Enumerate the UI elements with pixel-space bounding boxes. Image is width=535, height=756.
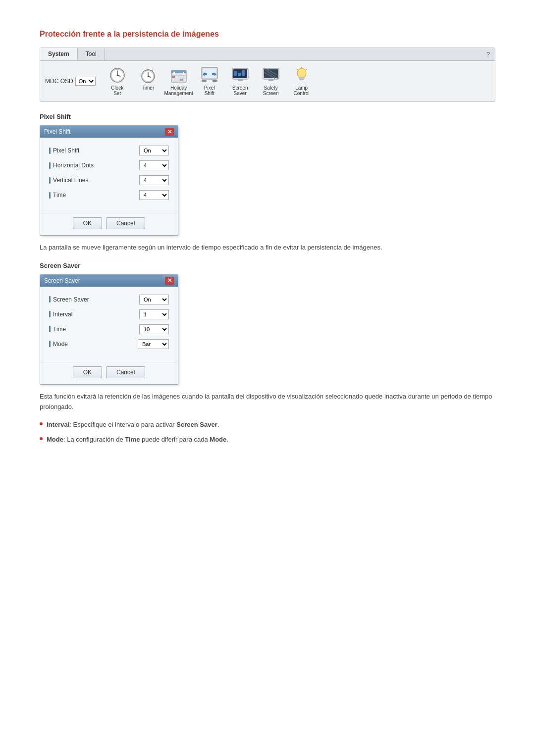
toolbar-item-holiday[interactable]: HolidayManagement	[164, 64, 194, 99]
svg-rect-27	[202, 80, 207, 82]
svg-rect-40	[268, 79, 273, 81]
pixel-shift-select-2[interactable]: 4812	[139, 175, 169, 185]
pixel-shift-label-0: Pixel Shift	[49, 147, 79, 154]
screen-saver-label-1: Interval	[49, 311, 72, 318]
svg-rect-43	[300, 79, 304, 80]
tab-system[interactable]: System	[40, 48, 78, 60]
screen-saver-row-2: Time 102030	[49, 324, 169, 334]
toolbar-tabs: System Tool ?	[40, 48, 495, 61]
bullet-item-interval: Interval: Especifique el intervalo para …	[40, 420, 495, 430]
pixel-shift-heading: Pixel Shift	[40, 113, 495, 120]
svg-rect-31	[234, 71, 237, 76]
screen-saver-select-3[interactable]: BarEraserPixel	[138, 339, 169, 349]
svg-line-46	[297, 69, 298, 70]
question-icon[interactable]: ?	[482, 49, 495, 60]
screen-saver-label-2: Time	[49, 326, 66, 333]
toolbar-item-lamp-control[interactable]: LampControl	[287, 64, 317, 99]
pixel-shift-dialog-title: Pixel Shift	[44, 128, 70, 135]
toolbar-item-pixel-shift[interactable]: PixelShift	[195, 64, 224, 99]
toolbar-item-clock-set[interactable]: ClockSet	[103, 64, 132, 99]
pixel-shift-label-1: Horizontal Dots	[49, 162, 94, 169]
screen-saver-label-3: Mode	[49, 341, 68, 348]
pixel-shift-row-2: Vertical Lines 4812	[49, 175, 169, 185]
svg-rect-34	[238, 79, 243, 81]
screen-saver-dialog-title: Screen Saver	[44, 277, 80, 284]
screen-saver-row-1: Interval 123	[49, 309, 169, 319]
toolbar-item-safety-screen[interactable]: SafetyScreen	[256, 64, 286, 99]
toolbar-item-clock-set-label: ClockSet	[111, 85, 123, 96]
pixel-shift-select-1[interactable]: 4812	[139, 160, 169, 170]
pixel-shift-select-3[interactable]: 4812	[139, 190, 169, 200]
screen-saver-heading: Screen Saver	[40, 262, 495, 269]
svg-rect-10	[147, 69, 150, 71]
svg-point-9	[147, 76, 149, 77]
toolbar-item-holiday-label: HolidayManagement	[164, 85, 193, 96]
toolbar-item-lamp-control-label: LampControl	[294, 85, 310, 96]
pixel-shift-cancel-button[interactable]: Cancel	[106, 217, 145, 229]
bullet-list: Interval: Especifique el intervalo para …	[40, 420, 495, 444]
svg-line-11	[152, 70, 153, 71]
toolbar-item-screen-saver-label: ScreenSaver	[232, 85, 248, 96]
pixel-shift-label-2: Vertical Lines	[49, 177, 88, 184]
screen-saver-cancel-button[interactable]: Cancel	[106, 366, 145, 378]
pixel-shift-ok-button[interactable]: OK	[73, 217, 102, 229]
mdc-osd-select[interactable]: On Off	[75, 77, 96, 86]
pixel-shift-description: La pantalla se mueve ligeramente según u…	[40, 243, 495, 253]
toolbar-item-timer-label: Timer	[142, 85, 154, 91]
tab-tool[interactable]: Tool	[78, 48, 105, 60]
bullet-dot-2	[40, 437, 43, 440]
screen-saver-dialog: Screen Saver ✕ Screen Saver OnOff Interv…	[40, 274, 178, 385]
screen-saver-row-0: Screen Saver OnOff	[49, 295, 169, 304]
screen-saver-close-button[interactable]: ✕	[165, 277, 174, 285]
toolbar-item-timer[interactable]: Timer	[133, 64, 163, 99]
mdc-osd-label: MDC OSD	[45, 78, 73, 85]
pixel-shift-close-button[interactable]: ✕	[165, 128, 174, 136]
svg-point-4	[116, 75, 118, 76]
screen-saver-select-1[interactable]: 123	[139, 309, 169, 319]
svg-rect-21	[172, 76, 175, 78]
toolbar-item-pixel-shift-label: PixelShift	[204, 85, 215, 96]
bullet-item-mode: Mode: La configuración de Time puede dif…	[40, 435, 495, 445]
screen-saver-ok-button[interactable]: OK	[73, 366, 102, 378]
pixel-shift-row-0: Pixel Shift OnOff	[49, 146, 169, 155]
svg-rect-22	[180, 79, 183, 81]
pixel-shift-dialog: Pixel Shift ✕ Pixel Shift OnOff Horizont…	[40, 125, 178, 236]
pixel-shift-row-1: Horizontal Dots 4812	[49, 160, 169, 170]
svg-rect-33	[242, 70, 245, 76]
bullet-dot-1	[40, 422, 43, 425]
pixel-shift-select-0[interactable]: OnOff	[139, 146, 169, 155]
svg-rect-32	[238, 73, 241, 76]
pixel-shift-row-3: Time 4812	[49, 190, 169, 200]
bullet-text-mode: Mode: La configuración de Time puede dif…	[47, 435, 228, 445]
toolbar-container: System Tool ? MDC OSD On Off	[40, 48, 495, 102]
svg-rect-42	[299, 77, 304, 79]
page-title: Protección frente a la persistencia de i…	[40, 30, 495, 39]
toolbar-item-safety-screen-label: SafetyScreen	[263, 85, 279, 96]
screen-saver-select-2[interactable]: 102030	[139, 324, 169, 334]
bullet-text-interval: Interval: Especifique el intervalo para …	[47, 420, 219, 430]
screen-saver-row-3: Mode BarEraserPixel	[49, 339, 169, 349]
svg-rect-14	[173, 72, 175, 74]
screen-saver-label-0: Screen Saver	[49, 296, 89, 303]
svg-line-45	[306, 69, 307, 70]
toolbar-item-screen-saver[interactable]: ScreenSaver	[225, 64, 255, 99]
screen-saver-select-0[interactable]: OnOff	[139, 295, 169, 304]
pixel-shift-label-3: Time	[49, 192, 66, 199]
svg-point-41	[297, 68, 306, 78]
svg-rect-28	[213, 80, 217, 82]
svg-rect-15	[183, 72, 184, 74]
screen-saver-description: Esta función evitará la retención de las…	[40, 392, 495, 412]
